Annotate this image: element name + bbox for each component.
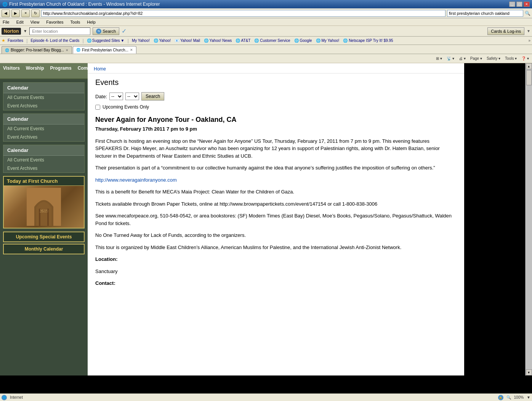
- title-bar: 🌐 First Presbyterian Church of Oakland :…: [0, 0, 532, 8]
- fav-item-3[interactable]: 🌐 Yahoo!: [152, 38, 173, 43]
- toolbar2-help[interactable]: ❓ ▾: [520, 56, 530, 61]
- event-link-1[interactable]: http://www.neveragainforanyone.com: [95, 177, 177, 183]
- events-title: Events: [95, 78, 457, 87]
- fav-item-2[interactable]: My Yahoo!: [130, 38, 151, 43]
- sidebar-link-archives-2[interactable]: Event Archives: [3, 133, 84, 141]
- date-month-select[interactable]: -- 01020304 05060708 09101112: [109, 93, 123, 100]
- stop-button[interactable]: ✕: [21, 10, 30, 17]
- address-bar: ◀ ▶ ✕ ↻ 🔍: [0, 8, 532, 18]
- favorites-star-icon: ★: [2, 38, 5, 43]
- sidebar-link-current-3[interactable]: All Current Events: [3, 156, 84, 164]
- event-para-5: See www.mecaforpeace.org, 510-548-0542, …: [95, 212, 457, 227]
- fav-sep-2: |: [127, 38, 130, 43]
- event-para-3: This is a benefit for Benefit for MECA’s…: [95, 188, 457, 196]
- fav-sep-1: |: [82, 38, 84, 43]
- address-input[interactable]: [41, 10, 445, 17]
- search-icon[interactable]: 🔍: [525, 11, 530, 16]
- cards-logins-button[interactable]: Cards & Log-ins: [487, 27, 524, 35]
- favorites-label[interactable]: Favorites: [6, 38, 25, 43]
- fav-item-1[interactable]: 🌐 Suggested Sites ▼: [85, 38, 126, 43]
- church-arch-svg: 2619: [27, 188, 61, 226]
- event-para-4: Tickets available through Brown Paper Ti…: [95, 200, 457, 208]
- fav-sep-0: |: [26, 38, 28, 43]
- close-button[interactable]: ✕: [524, 2, 530, 7]
- refresh-icon[interactable]: ✓: [122, 27, 127, 35]
- fav-item-9[interactable]: 🌐 My Yahoo!: [314, 38, 341, 43]
- fav-item-10[interactable]: 🌐 Netscape ISP Try It! $9.95: [341, 38, 394, 43]
- sidebar-header-3: Calendar: [3, 145, 84, 156]
- sidebar-header-1: Calendar: [3, 83, 84, 93]
- svg-text:2619: 2619: [39, 208, 48, 214]
- back-button[interactable]: ◀: [2, 10, 10, 17]
- tab-church[interactable]: 🌐 First Presbyterian Church... ✕: [73, 46, 136, 54]
- norton-dropdown-arrow[interactable]: ▼: [23, 29, 27, 33]
- tab-close-church[interactable]: ✕: [130, 48, 133, 52]
- sidebar-link-archives-1[interactable]: Event Archives: [3, 102, 84, 110]
- menu-favorites[interactable]: Favorites: [45, 19, 64, 25]
- favorites-bar: ★ Favorites | Episode 4- Lord of the Car…: [0, 37, 532, 45]
- refresh-button[interactable]: ↻: [31, 10, 40, 17]
- menu-tools[interactable]: Tools: [69, 19, 82, 25]
- toolbar2-page[interactable]: Page ▾: [469, 56, 484, 61]
- scroll-down-arrow[interactable]: ▼: [526, 369, 532, 375]
- fav-item-8[interactable]: 🌐 Google: [293, 38, 314, 43]
- tab-blogger[interactable]: 🌐 Blogger: Pro-Israel Bay Blogg... ✕: [2, 46, 72, 54]
- toolbar2-rss[interactable]: 📡 ▾: [445, 56, 456, 61]
- forward-button[interactable]: ▶: [11, 10, 20, 17]
- breadcrumb-home-link[interactable]: Home: [94, 66, 106, 72]
- fav-item-7[interactable]: 🌐 Customer Service: [253, 38, 292, 43]
- scroll-thumb[interactable]: [526, 70, 532, 85]
- right-black-area: [464, 63, 525, 375]
- menu-file[interactable]: File: [2, 19, 11, 25]
- toolbar2-print[interactable]: 🖨 ▾: [457, 56, 467, 61]
- tab-close-blogger[interactable]: ✕: [66, 48, 69, 52]
- date-day-select[interactable]: -- 01020304 05060708 09101112 13141516 1…: [125, 93, 139, 100]
- tab-icon-blogger: 🌐: [5, 48, 9, 52]
- monthly-calendar-button[interactable]: Monthly Calendar: [3, 244, 85, 254]
- toolbar2-icon1[interactable]: ⊞ ▾: [434, 56, 444, 61]
- norton-search-button[interactable]: N Search: [93, 27, 119, 35]
- window-title: First Presbyterian Church of Oakland : E…: [9, 2, 160, 7]
- scrollbar: ▲ ▼: [525, 63, 532, 375]
- maximize-button[interactable]: □: [516, 2, 522, 7]
- nav-worship[interactable]: Worship: [23, 65, 47, 77]
- fav-overflow[interactable]: »: [528, 38, 530, 43]
- sidebar-link-current-1[interactable]: All Current Events: [3, 93, 84, 102]
- tab-icon-church: 🌐: [76, 48, 80, 52]
- upcoming-events-button[interactable]: Upcoming Special Events: [3, 232, 85, 242]
- upcoming-events-label: Upcoming Events Only: [103, 104, 149, 110]
- page-wrapper: Visitors Worship Programs Committees Abo…: [0, 63, 532, 375]
- fav-item-0[interactable]: Episode 4- Lord of the Cards: [29, 38, 81, 43]
- norton-location-input[interactable]: [29, 27, 90, 35]
- menu-help[interactable]: Help: [86, 19, 97, 25]
- minimize-button[interactable]: _: [509, 2, 515, 7]
- sidebar-link-current-2[interactable]: All Current Events: [3, 125, 84, 133]
- norton-label: Norton: [2, 28, 21, 35]
- search-button[interactable]: Search: [141, 92, 164, 101]
- event-location-value: Sanctuary: [95, 268, 457, 275]
- event-title: Never Again for Anyone Tour - Oakland, C…: [95, 116, 457, 124]
- svg-rect-2: [39, 209, 40, 226]
- sidebar-link-archives-3[interactable]: Event Archives: [3, 164, 84, 173]
- nav-menu-bar: Visitors Worship Programs Committees Abo…: [0, 63, 88, 79]
- menu-view[interactable]: View: [29, 19, 41, 25]
- fav-item-4[interactable]: 📧 Yahoo! Mail: [173, 38, 202, 43]
- fav-item-6[interactable]: 🌐 AT&T: [234, 38, 252, 43]
- sidebar-section-2: Calendar All Current Events Event Archiv…: [3, 113, 85, 142]
- toolbar2-safety[interactable]: Safety ▾: [485, 56, 502, 61]
- nav-visitors[interactable]: Visitors: [0, 65, 23, 77]
- toolbar2-tools[interactable]: Tools ▾: [503, 56, 518, 61]
- date-label: Date:: [95, 94, 107, 99]
- search-input[interactable]: [447, 10, 523, 17]
- nav-programs[interactable]: Programs: [47, 65, 75, 77]
- fav-item-5[interactable]: 🌐 Yahoo! News: [202, 38, 233, 43]
- event-datetime: Thursday, February 17th 2011 7 pm to 9 p…: [95, 125, 457, 133]
- main-content: Home Events Date: -- 01020304 05060708 0…: [88, 63, 464, 375]
- scroll-up-arrow[interactable]: ▲: [526, 63, 532, 69]
- dropdown-arrow[interactable]: ▼: [527, 29, 530, 33]
- menu-edit[interactable]: Edit: [15, 19, 25, 25]
- window-controls[interactable]: _ □ ✕: [509, 2, 530, 7]
- sidebar-section-3: Calendar All Current Events Event Archiv…: [3, 145, 85, 173]
- event-para-2: http://www.neveragainforanyone.com: [95, 176, 457, 184]
- upcoming-events-checkbox[interactable]: [95, 105, 100, 110]
